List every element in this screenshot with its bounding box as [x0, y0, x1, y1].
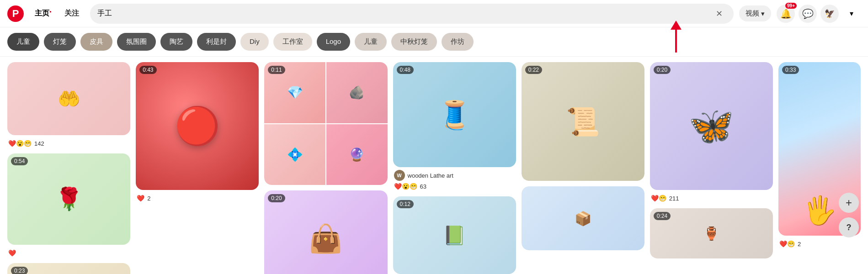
- grid-col-0: 🤲 ❤️😮😁 142 🌹 0:54 ❤️: [7, 62, 130, 274]
- duration-sphere: 0:43: [139, 66, 156, 74]
- count-0: 142: [34, 140, 44, 147]
- filter-tag-2[interactable]: 皮具: [80, 33, 112, 51]
- emoji-6: ❤️😮😁: [394, 183, 417, 190]
- duration-crystal: 0:11: [268, 66, 285, 74]
- card-hands-craft[interactable]: 🤲 ❤️😮😁 142: [7, 62, 130, 148]
- filter-tag-3[interactable]: 氛围圈: [117, 33, 156, 51]
- bell-icon: 🔔: [780, 8, 792, 19]
- card-reactions-info-12: ❤️😁 2: [778, 236, 861, 248]
- profile-button[interactable]: 🦅: [820, 5, 839, 23]
- notification-badge: 99+: [785, 3, 797, 9]
- emoji-10: ❤️😁: [651, 195, 666, 202]
- more-button[interactable]: ▾: [842, 5, 861, 23]
- search-clear-icon[interactable]: ✕: [716, 9, 723, 19]
- crystal-2: 🪨: [326, 62, 388, 123]
- grid-col-4: 📜 0:22 📦: [522, 62, 644, 274]
- notification-button[interactable]: 🔔 99+: [777, 5, 795, 23]
- nav-follow[interactable]: 关注: [59, 5, 85, 22]
- crystal-grid-images: 💎 🪨 💠 🔮: [264, 62, 387, 185]
- card-origami-book[interactable]: 📜 0:22: [522, 62, 644, 181]
- duration-bag: 0:20: [268, 194, 285, 202]
- count-6: 63: [420, 183, 426, 190]
- grid-col-1: 🔴 0:43 ❤️ 2: [136, 62, 259, 274]
- filter-tag-11[interactable]: 作坊: [442, 33, 474, 51]
- card-catalog[interactable]: 📗 0:12 ❤️😮😁 100+: [393, 196, 516, 274]
- filter-tag-10[interactable]: 中秋灯笼: [391, 33, 437, 51]
- card-weaving[interactable]: 🧵 0:48 W wooden Lathe art ❤️😮😁 63: [393, 62, 516, 191]
- filter-tag-7[interactable]: 工作室: [273, 33, 312, 51]
- card-reactions-info: ❤️😮😁 142: [7, 135, 130, 148]
- grid-col-2: 💎 🪨 💠 🔮 0:11 👜 0:20: [264, 62, 387, 274]
- annotation-arrow: [662, 21, 690, 59]
- emoji-1: ❤️: [8, 249, 16, 257]
- card-reactions-1: ❤️: [8, 249, 129, 257]
- duration-butterfly: 0:20: [654, 66, 671, 74]
- author-weaving: W wooden Lathe art: [394, 170, 515, 181]
- card-reactions-3: ❤️ 2: [137, 195, 258, 202]
- emoji-3: ❤️: [137, 195, 144, 202]
- count-12: 2: [798, 241, 801, 248]
- filter-tag-8[interactable]: Logo: [317, 33, 350, 51]
- author-avatar-weaving: W: [394, 170, 405, 181]
- card-author-info-weaving: W wooden Lathe art ❤️😮😁 63: [393, 167, 516, 191]
- card-flower-craft[interactable]: 🌹 0:54 ❤️: [7, 153, 130, 258]
- video-filter-button[interactable]: 视频 ▾: [739, 5, 771, 21]
- filter-tag-5[interactable]: 利是封: [197, 33, 236, 51]
- filter-bar: 儿童 灯笼 皮具 氛围圈 陶艺 利是封 Diy 工作室 Logo 儿童 中秋灯笼…: [0, 27, 868, 57]
- filter-tag-0[interactable]: 儿童: [7, 33, 39, 51]
- duration-misc5: 0:24: [654, 212, 671, 220]
- card-reactions-12: ❤️😁 2: [779, 240, 860, 248]
- emoji-12: ❤️😁: [779, 240, 795, 248]
- chat-button[interactable]: 💬: [799, 5, 817, 23]
- filter-tag-4[interactable]: 陶艺: [160, 33, 192, 51]
- chat-icon: 💬: [802, 8, 814, 19]
- card-reactions-info-1: ❤️: [7, 245, 130, 258]
- card-tray-craft[interactable]: 🥧 0:23: [7, 263, 130, 274]
- duration-tray: 0:23: [11, 267, 28, 274]
- card-reactions-10: ❤️😁 211: [651, 195, 772, 202]
- filter-tag-1[interactable]: 灯笼: [44, 33, 76, 51]
- duration-hand: 0:33: [782, 66, 799, 74]
- duration-flower: 0:54: [11, 157, 28, 165]
- nav-home[interactable]: 主页●: [29, 5, 57, 22]
- card-misc-4[interactable]: 📦: [522, 186, 644, 250]
- chevron-down-icon: ▾: [761, 10, 765, 18]
- card-reactions-6: ❤️😮😁 63: [394, 183, 515, 190]
- card-reactions-info-3: ❤️ 2: [136, 190, 259, 203]
- search-input[interactable]: [97, 10, 716, 18]
- duration-weaving: 0:48: [397, 66, 414, 74]
- duration-origami: 0:22: [525, 66, 542, 74]
- crystal-3: 💠: [264, 124, 325, 185]
- svg-marker-1: [671, 21, 682, 30]
- bird-icon: 🦅: [825, 9, 835, 19]
- grid-col-6: 🖐️ 0:33 ❤️😁 2: [778, 62, 861, 274]
- card-reactions-info-10: ❤️😁 211: [650, 190, 773, 203]
- count-3: 2: [147, 195, 150, 202]
- header: P 主页● 关注 ✕ 视频 ▾ 🔔 99+ 💬 🦅 ▾: [0, 0, 868, 27]
- help-button[interactable]: ?: [839, 217, 859, 237]
- card-reactions-0: ❤️😮😁 142: [8, 140, 129, 147]
- filter-tag-6[interactable]: Diy: [240, 33, 269, 51]
- search-bar: ✕: [90, 4, 734, 24]
- card-pink-bag[interactable]: 👜 0:20: [264, 190, 387, 274]
- card-misc-5[interactable]: 🏺 0:24: [650, 208, 773, 258]
- nav-dot: ●: [49, 10, 52, 14]
- duration-catalog: 0:12: [397, 200, 414, 208]
- crystal-4: 🔮: [326, 124, 388, 185]
- card-red-sphere[interactable]: 🔴 0:43 ❤️ 2: [136, 62, 259, 203]
- author-name-weaving: wooden Lathe art: [408, 172, 453, 179]
- card-crystal-grid[interactable]: 💎 🪨 💠 🔮 0:11: [264, 62, 387, 185]
- emoji-0: ❤️😮😁: [8, 140, 32, 147]
- nav-links: 主页● 关注: [29, 5, 85, 22]
- grid-container: 🤲 ❤️😮😁 142 🌹 0:54 ❤️: [0, 57, 868, 274]
- header-icons: 🔔 99+ 💬 🦅 ▾: [777, 5, 861, 23]
- pinterest-logo[interactable]: P: [7, 5, 24, 22]
- filter-tag-9[interactable]: 儿童: [355, 33, 387, 51]
- grid-col-5: 🦋 0:20 ❤️😁 211 🏺 0:24: [650, 62, 773, 274]
- grid-col-3: 🧵 0:48 W wooden Lathe art ❤️😮😁 63 📗 0:12: [393, 62, 516, 274]
- add-button[interactable]: +: [839, 193, 859, 213]
- chevron-down-icon: ▾: [850, 9, 853, 18]
- card-butterfly[interactable]: 🦋 0:20 ❤️😁 211: [650, 62, 773, 203]
- count-10: 211: [669, 195, 679, 202]
